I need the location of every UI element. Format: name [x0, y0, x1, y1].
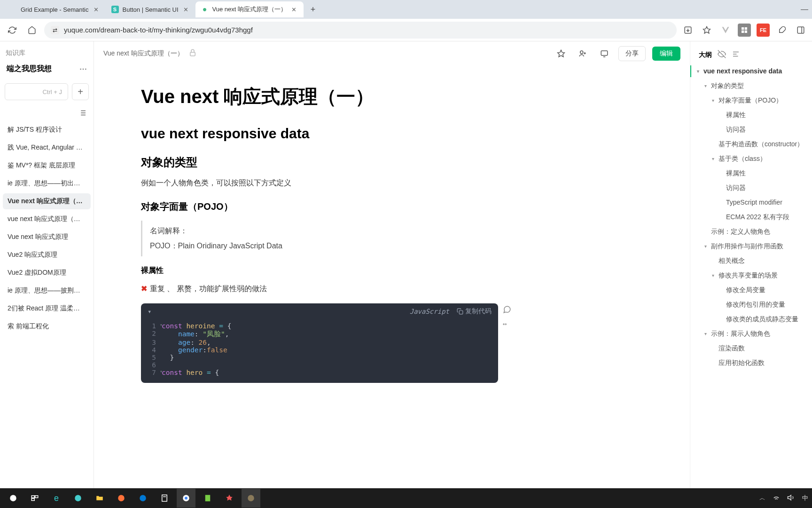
heading-5: 裸属性	[141, 266, 498, 276]
collaborator-icon[interactable]	[575, 46, 590, 61]
outline-item[interactable]: 访问器	[697, 182, 807, 194]
new-tab-button[interactable]: +	[306, 3, 320, 16]
notes-icon[interactable]	[198, 489, 217, 508]
outline-item[interactable]: ▾基于类（class）	[697, 153, 807, 165]
add-doc-button[interactable]: +	[72, 83, 89, 100]
browser-tab-0[interactable]: Grid Example - Semantic ✕	[4, 1, 106, 17]
sidebar-item[interactable]: vue next 响应式原理（二）	[3, 211, 91, 227]
comment-icon[interactable]	[503, 305, 511, 315]
outline-item[interactable]: TypeScript modifier	[697, 197, 807, 208]
more-icon[interactable]: ⋯	[79, 64, 87, 73]
sidebar-item[interactable]: Vue next 响应式原理（一）	[3, 193, 91, 209]
outline-item[interactable]: 示例：定义人物角色	[697, 226, 807, 238]
sidebar-item[interactable]: ie 原理、思想——初出茅庐	[3, 175, 91, 191]
eye-off-icon[interactable]	[718, 50, 726, 60]
outline-item[interactable]: 相关概念	[697, 255, 807, 267]
quote-line: POJO：Plain Oridinary JavaScript Data	[150, 238, 491, 254]
svg-marker-1	[703, 26, 710, 33]
svg-point-30	[75, 495, 81, 501]
svg-rect-3	[745, 27, 747, 30]
space-title[interactable]: 端之我思我想	[7, 64, 52, 74]
chrome-icon[interactable]	[177, 489, 195, 508]
outline-item[interactable]: ECMA 2022 私有字段	[697, 211, 807, 223]
close-icon[interactable]: ✕	[93, 6, 100, 13]
close-icon[interactable]: ✕	[290, 6, 298, 13]
bookmark-star-icon[interactable]	[700, 24, 713, 37]
outline-item[interactable]: ▾对象字面量（POJO）	[697, 95, 807, 106]
app-icon[interactable]	[220, 489, 239, 508]
wifi-icon[interactable]	[772, 493, 781, 503]
doc-title-breadcrumb[interactable]: Vue next 响应式原理（一）	[103, 49, 184, 58]
ext-grid-icon[interactable]	[738, 24, 751, 37]
browser-tab-1[interactable]: S Button | Semantic UI ✕	[106, 1, 195, 17]
outline-item[interactable]: 访问器	[697, 124, 807, 135]
outline-item[interactable]: 修改闭包引用的变量	[697, 299, 807, 310]
start-icon[interactable]	[4, 489, 23, 508]
explorer-icon[interactable]	[90, 489, 109, 508]
expand-icon[interactable]: ↔	[503, 320, 511, 327]
side-panel-icon[interactable]	[794, 24, 807, 37]
sidebar-item[interactable]: 鉴 MV*? 框架 底层原理	[3, 158, 91, 174]
volume-icon[interactable]	[787, 493, 796, 503]
svg-rect-4	[742, 30, 744, 32]
present-icon[interactable]	[597, 46, 612, 61]
sidebar-item[interactable]: 践 Vue, React, Angular 程序...	[3, 140, 91, 156]
outline-item[interactable]: ▾修改共享变量的场景	[697, 270, 807, 281]
outline-item[interactable]: ▾副作用操作与副作用函数	[697, 240, 807, 252]
outline-item[interactable]: ▾示例：展示人物角色	[697, 328, 807, 340]
search-input[interactable]: Ctrl + J	[5, 83, 68, 100]
edge-icon[interactable]	[133, 489, 152, 508]
outline-item[interactable]: 应用初始化函数	[697, 357, 807, 369]
ext-vue-icon[interactable]	[719, 24, 732, 37]
browser-tab-strip: Grid Example - Semantic ✕ S Button | Sem…	[0, 0, 812, 19]
kb-label: 知识库	[0, 46, 94, 60]
outline-item[interactable]: 修改全局变量	[697, 284, 807, 296]
svg-rect-21	[459, 311, 463, 315]
task-view-icon[interactable]	[25, 489, 44, 508]
browser-icon[interactable]	[69, 489, 87, 508]
sidebar-item[interactable]: Vue next 响应式原理	[3, 229, 91, 245]
outline-item[interactable]: 渲染函数	[697, 342, 807, 354]
sidebar-item[interactable]: ie 原理、思想——披荆斩棘	[3, 283, 91, 299]
terminal-icon[interactable]	[242, 489, 260, 508]
sidebar-item[interactable]: Vue2 响应式原理	[3, 247, 91, 263]
ime-indicator[interactable]: 中	[802, 494, 808, 502]
toc-toggle-icon[interactable]	[0, 107, 94, 122]
svg-rect-2	[742, 27, 744, 30]
outline-item[interactable]: 修改类的成员或静态变量	[697, 313, 807, 325]
copy-code-button[interactable]: 复制代码	[457, 307, 492, 316]
tray-chevron-icon[interactable]: ︿	[759, 494, 765, 502]
install-icon[interactable]	[681, 24, 695, 37]
ie-icon[interactable]: e	[47, 489, 66, 508]
settings-icon[interactable]	[732, 50, 740, 60]
doc-body[interactable]: Vue next 响应式原理（一） vue next responsive da…	[94, 66, 690, 488]
sidebar-item[interactable]: 索 前端工程化	[3, 318, 91, 334]
minimize-icon[interactable]: —	[801, 5, 808, 14]
outline-item[interactable]: 裸属性	[697, 109, 807, 121]
edit-button[interactable]: 编辑	[652, 47, 680, 61]
outline-item[interactable]: ▾对象的类型	[697, 80, 807, 92]
sidebar-item[interactable]: Vue2 虚拟DOM原理	[3, 265, 91, 281]
outline-item[interactable]: 裸属性	[697, 167, 807, 179]
close-icon[interactable]: ✕	[182, 6, 190, 13]
calc-icon[interactable]	[155, 489, 174, 508]
fold-icon[interactable]: ▾	[148, 308, 151, 315]
ext-fe-icon[interactable]: FE	[757, 24, 770, 37]
sidebar-item[interactable]: 解 JS/TS 程序设计	[3, 122, 91, 138]
taskbar: e ︿ 中	[0, 488, 812, 508]
extensions-icon[interactable]	[775, 24, 789, 37]
share-button[interactable]: 分享	[618, 46, 646, 61]
star-icon[interactable]	[554, 46, 569, 61]
heading-2: vue next responsive data	[141, 126, 498, 142]
url-input[interactable]: ⇄ yuque.com/dream-back-to-it/my-thinking…	[44, 22, 677, 39]
home-button[interactable]	[24, 23, 39, 38]
sidebar-item[interactable]: 2们被 React 原理 温柔以待	[3, 301, 91, 317]
firefox-icon[interactable]	[112, 489, 131, 508]
reload-button[interactable]	[5, 23, 20, 38]
browser-tab-2[interactable]: ● Vue next 响应式原理（一） ✕	[195, 1, 304, 17]
site-info-icon[interactable]: ⇄	[51, 26, 59, 34]
toolbar-actions: FE	[681, 24, 807, 37]
outline-item[interactable]: 基于构造函数（constructor）	[697, 138, 807, 150]
doc-list: 解 JS/TS 程序设计践 Vue, React, Angular 程序...鉴…	[0, 122, 94, 334]
outline-item[interactable]: ▾vue next responsive data	[690, 65, 807, 77]
